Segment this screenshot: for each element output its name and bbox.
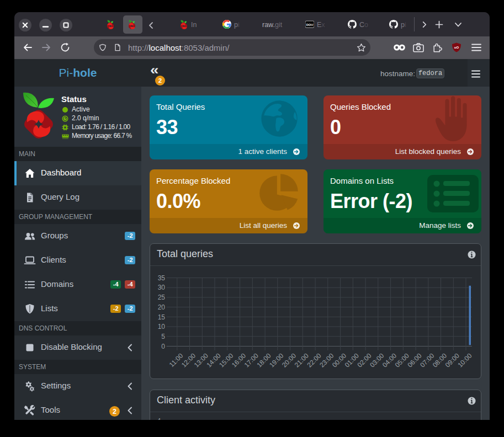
svg-text:DOU: DOU [306, 23, 313, 26]
svg-text:15: 15 [158, 313, 166, 321]
svg-text:0: 0 [161, 343, 165, 350]
svg-text:30: 30 [158, 284, 166, 291]
svg-text:25: 25 [158, 294, 166, 301]
svg-text:20: 20 [158, 303, 166, 311]
svg-text:10: 10 [158, 323, 166, 331]
svg-text:uO: uO [454, 46, 459, 49]
svg-text:10:00: 10:00 [456, 351, 473, 369]
svg-text:5: 5 [161, 333, 165, 340]
svg-text:35: 35 [158, 274, 166, 282]
